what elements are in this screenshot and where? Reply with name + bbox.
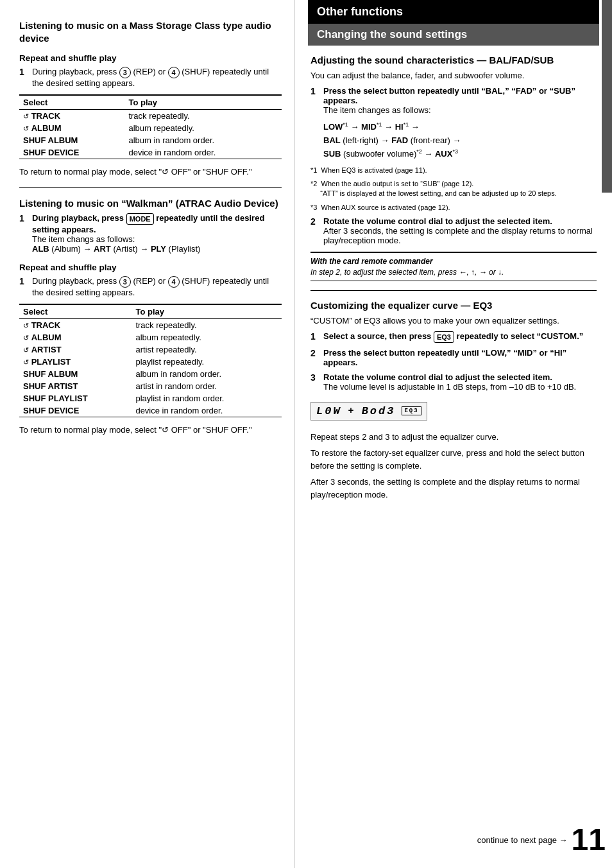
table-row: ↺ PLAYLIST playlist repeatedly.	[19, 356, 282, 368]
divider-right	[310, 290, 597, 291]
step-1-mass: 1 During playback, press 3 (REP) or 4 (S…	[19, 67, 282, 88]
play-shuf-album-1: album in random order.	[124, 134, 282, 146]
eq3-step2-content: Press the select button repeatedly until…	[323, 348, 597, 367]
eq3-step1-content: Select a source, then press EQ3 repeated…	[323, 331, 597, 343]
select-shuf-artist-2: SHUF ARTIST	[19, 380, 132, 392]
mass-note: To return to normal play mode, select "↺…	[19, 166, 282, 178]
adj-step2: 2 Rotate the volume control dial to adju…	[310, 216, 597, 245]
adj-step2-num: 2	[310, 216, 319, 245]
play-artist-2: artist repeatedly.	[132, 343, 282, 356]
step-content-1: During playback, press 3 (REP) or 4 (SHU…	[32, 67, 282, 88]
right-column: Other functions Changing the sound setti…	[295, 0, 612, 868]
mass-repeat-table: Select To play ↺ TRACK track repeatedly.…	[19, 94, 282, 159]
play-shuf-album-2: album in random order.	[132, 368, 282, 380]
eq3-step1: 1 Select a source, then press EQ3 repeat…	[310, 331, 597, 343]
eq3-step1-num: 1	[310, 331, 319, 343]
play-shuf-device-2: device in random order.	[132, 404, 282, 417]
table-row: SHUF PLAYLIST playlist in random order.	[19, 392, 282, 404]
repeat-shuffle-title-1: Repeat and shuffle play	[19, 53, 282, 63]
select-shuf-album-1: SHUF ALBUM	[19, 134, 124, 146]
play-shuf-playlist-2: playlist in random order.	[132, 392, 282, 404]
play-track-1: track repeatedly.	[124, 110, 282, 123]
table-row: SHUF DEVICE device in random order.	[19, 404, 282, 417]
select-shuf-device-1: SHUF DEVICE	[19, 146, 124, 159]
other-functions-header: Other functions	[308, 0, 599, 24]
eq3-step2: 2 Press the select button repeatedly unt…	[310, 348, 597, 367]
page-number: 11	[572, 824, 606, 855]
table-row: ↺ ALBUM album repeatedly.	[19, 122, 282, 134]
left-section1-title: Listening to music on a Mass Storage Cla…	[19, 19, 282, 44]
table-row: SHUF ARTIST artist in random order.	[19, 380, 282, 392]
card-remote-title: With the card remote commander	[310, 257, 597, 266]
table-row: ↺ ARTIST artist repeatedly.	[19, 343, 282, 356]
eq3-after1: Repeat steps 2 and 3 to adjust the equal…	[310, 431, 597, 444]
walkman-repeat-step1: 1 During playback, press 3 (REP) or 4 (S…	[19, 276, 282, 297]
select-shuf-playlist-2: SHUF PLAYLIST	[19, 392, 132, 404]
adj-sound-title: Adjusting the sound characteristics — BA…	[310, 55, 597, 65]
eq3-intro: “CUSTOM” of EQ3 allows you to make your …	[310, 315, 597, 327]
footnote-2: *2 When the audio output is set to “SUB”…	[310, 179, 597, 199]
adj-step2-content: Rotate the volume control dial to adjust…	[323, 216, 597, 245]
play-playlist-2: playlist repeatedly.	[132, 356, 282, 368]
eq3-after2: To restore the factory-set equalizer cur…	[310, 447, 597, 472]
col-select-1: Select	[19, 95, 124, 110]
eq3-step3-num: 3	[310, 372, 319, 392]
eq3-step3: 3 Rotate the volume control dial to adju…	[310, 372, 597, 392]
continue-label: continue to next page →	[477, 835, 568, 845]
right-main-content: Adjusting the sound characteristics — BA…	[308, 55, 599, 501]
walkman-step-num: 1	[19, 213, 28, 254]
adj-step1-normal: The item changes as follows:	[323, 105, 431, 115]
play-album-1: album repeatedly.	[124, 122, 282, 134]
footnote-3: *3 When AUX source is activated (page 12…	[310, 203, 597, 213]
sidebar-accent	[602, 0, 612, 193]
walkman-repeat-table: Select To play ↺ TRACK track repeatedly.…	[19, 304, 282, 417]
select-shuf-album-2: SHUF ALBUM	[19, 368, 132, 380]
adj-step1: 1 Press the select button repeatedly unt…	[310, 86, 597, 115]
col-select-2: Select	[19, 304, 132, 319]
walkman-rep-step-content: During playback, press 3 (REP) or 4 (SHU…	[32, 276, 282, 297]
select-album-1: ↺ ALBUM	[19, 122, 124, 134]
select-track-2: ↺ TRACK	[19, 319, 132, 332]
repeat-shuffle-title-2: Repeat and shuffle play	[19, 263, 282, 272]
col-play-2: To play	[132, 304, 282, 319]
rep-button-2: 3	[119, 276, 131, 288]
card-remote-box: With the card remote commander In step 2…	[310, 252, 597, 281]
adj-step1-num: 1	[310, 86, 319, 115]
col-play-1: To play	[124, 95, 282, 110]
play-track-2: track repeatedly.	[132, 319, 282, 332]
adj-flow: LOW*1 → MID*1 → HI*1 → BAL (left-right) …	[323, 120, 597, 162]
play-shuf-device-1: device in random order.	[124, 146, 282, 159]
walkman-rep-step-num: 1	[19, 276, 28, 297]
step-num-1: 1	[19, 67, 28, 88]
play-album-2: album repeatedly.	[132, 331, 282, 343]
shuf-button-2: 4	[168, 276, 180, 288]
table-row: SHUF ALBUM album in random order.	[19, 134, 282, 146]
walkman-step-content: During playback, press MODE repeatedly u…	[32, 213, 282, 254]
table-row: ↺ ALBUM album repeatedly.	[19, 331, 282, 343]
shuf-button: 4	[168, 67, 180, 78]
select-shuf-device-2: SHUF DEVICE	[19, 404, 132, 417]
walkman-note: To return to normal play mode, select "↺…	[19, 424, 282, 437]
adj-step1-bold: Press the select button repeatedly until…	[323, 86, 575, 105]
play-shuf-artist-2: artist in random order.	[132, 380, 282, 392]
table-row: ↺ TRACK track repeatedly.	[19, 110, 282, 123]
changing-sound-header: Changing the sound settings	[308, 24, 599, 46]
left-column: Listening to music on a Mass Storage Cla…	[0, 0, 295, 868]
walkman-step1: 1 During playback, press MODE repeatedly…	[19, 213, 282, 254]
eq3-step2-bold: Press the select button repeatedly until…	[323, 348, 566, 367]
mode-button: MODE	[126, 213, 154, 225]
adj-step1-content: Press the select button repeatedly until…	[323, 86, 597, 115]
footnote-1: *1 When EQ3 is activated (page 11).	[310, 166, 597, 175]
page-nav-bar: continue to next page → 11	[477, 824, 606, 855]
card-remote-text: In step 2, to adjust the selected item, …	[310, 268, 597, 277]
eq3-step3-bold: Rotate the volume control dial to adjust…	[323, 372, 552, 382]
eq3-step3-content: Rotate the volume control dial to adjust…	[323, 372, 597, 392]
table-row: SHUF ALBUM album in random order.	[19, 368, 282, 380]
select-album-2: ↺ ALBUM	[19, 331, 132, 343]
walkman-title: Listening to music on “Walkman” (ATRAC A…	[19, 197, 282, 210]
select-artist-2: ↺ ARTIST	[19, 343, 132, 356]
eq3-title: Customizing the equalizer curve — EQ3	[310, 300, 597, 311]
select-track-1: ↺ TRACK	[19, 110, 124, 123]
eq3-step3-normal: The volume level is adjustable in 1 dB s…	[323, 382, 576, 392]
adj-step2-bold: Rotate the volume control dial to adjust…	[323, 216, 552, 226]
